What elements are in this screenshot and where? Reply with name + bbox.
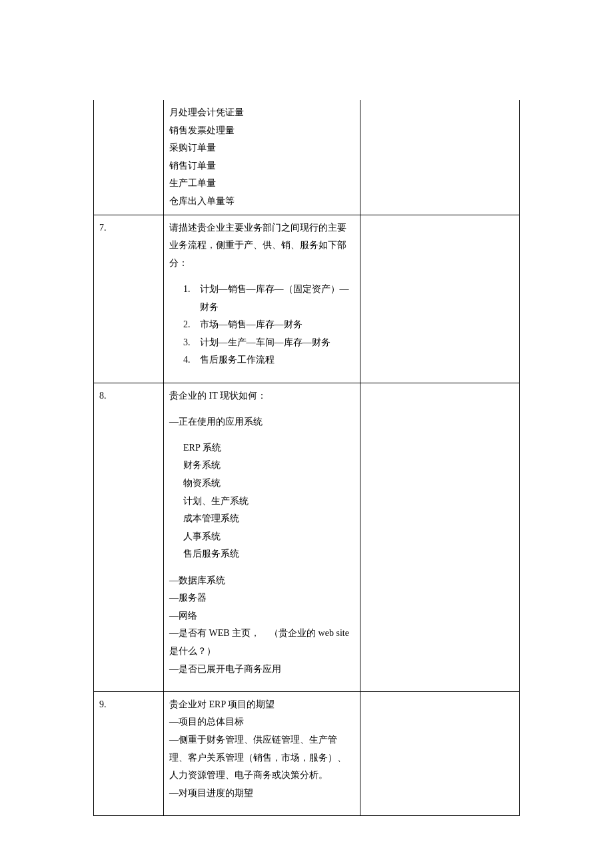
row-number (94, 100, 164, 215)
line: —是否已展开电子商务应用 (169, 664, 281, 674)
list-item: 1. 计划—销售—库存—（固定资产）—财务 (183, 281, 354, 316)
line: —正在使用的应用系统 (169, 417, 263, 427)
system-item: 物资系统 (169, 475, 354, 493)
row-description: 贵企业对 ERP 项目的期望 —项目的总体目标 —侧重于财务管理、供应链管理、生… (164, 691, 360, 815)
line: —侧重于财务管理、供应链管理、生产管理、客户关系管理（销售，市场，服务）、人力资… (169, 735, 346, 780)
row-answer (360, 215, 520, 383)
row-answer (360, 691, 520, 815)
table-row: 8. 贵企业的 IT 现状如何： —正在使用的应用系统 ERP 系统 财务系统 … (94, 383, 520, 691)
line: —数据库系统 (169, 575, 225, 585)
row-description: 请描述贵企业主要业务部门之间现行的主要业务流程，侧重于产、供、销、服务如下部分：… (164, 215, 360, 383)
row-description: 月处理会计凭证量 销售发票处理量 采购订单量 销售订单量 生产工单量 仓库出入单… (164, 100, 360, 215)
row-answer (360, 100, 520, 215)
table-row: 7. 请描述贵企业主要业务部门之间现行的主要业务流程，侧重于产、供、销、服务如下… (94, 215, 520, 383)
line: —网络 (169, 611, 197, 621)
list-item: 2. 市场—销售—库存—财务 (183, 316, 354, 334)
list-item: 4. 售后服务工作流程 (183, 351, 354, 369)
row-answer (360, 383, 520, 691)
row-description: 贵企业的 IT 现状如何： —正在使用的应用系统 ERP 系统 财务系统 物资系… (164, 383, 360, 691)
line: 仓库出入单量等 (169, 196, 235, 206)
line: 销售订单量 (169, 161, 216, 171)
line: 生产工单量 (169, 178, 216, 188)
row-number: 8. (94, 383, 164, 691)
line: —服务器 (169, 593, 207, 603)
system-item: 售后服务系统 (169, 545, 354, 563)
table-row: 月处理会计凭证量 销售发票处理量 采购订单量 销售订单量 生产工单量 仓库出入单… (94, 100, 520, 215)
system-item: 成本管理系统 (169, 510, 354, 528)
line: 采购订单量 (169, 143, 216, 153)
table-row: 9. 贵企业对 ERP 项目的期望 —项目的总体目标 —侧重于财务管理、供应链管… (94, 691, 520, 815)
system-item: ERP 系统 (169, 439, 354, 457)
line: —项目的总体目标 (169, 717, 244, 727)
system-item: 人事系统 (169, 528, 354, 546)
list-item: 3. 计划—生产—车间—库存—财务 (183, 334, 354, 352)
row-number: 7. (94, 215, 164, 383)
line: —是否有 WEB 主页， （贵企业的 web site 是什么？） (169, 628, 349, 656)
line: —对项目进度的期望 (169, 788, 253, 798)
survey-table: 月处理会计凭证量 销售发票处理量 采购订单量 销售订单量 生产工单量 仓库出入单… (93, 100, 520, 816)
line: 贵企业对 ERP 项目的期望 (169, 699, 275, 709)
line: 月处理会计凭证量 (169, 107, 244, 117)
system-item: 计划、生产系统 (169, 493, 354, 511)
line: 销售发票处理量 (169, 125, 235, 135)
row-number: 9. (94, 691, 164, 815)
intro-text: 请描述贵企业主要业务部门之间现行的主要业务流程，侧重于产、供、销、服务如下部分： (169, 223, 346, 268)
process-list: 1. 计划—销售—库存—（固定资产）—财务 2. 市场—销售—库存—财务 3. … (169, 281, 354, 369)
line: 贵企业的 IT 现状如何： (169, 391, 267, 401)
system-item: 财务系统 (169, 457, 354, 475)
